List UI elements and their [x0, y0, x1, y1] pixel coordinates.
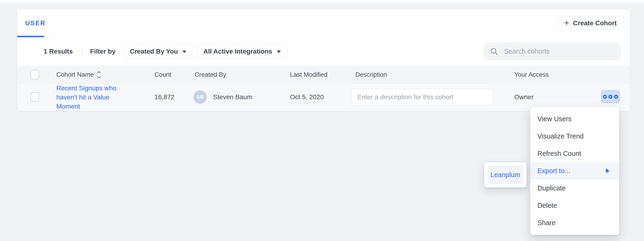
column-header-cohort-name[interactable]: Cohort Name — [56, 66, 100, 84]
integrations-dropdown-label: All Active Integrations — [203, 48, 272, 55]
created-by-dropdown[interactable]: Created By You — [124, 44, 193, 59]
column-header-last-modified: Last Modified — [290, 66, 328, 84]
results-count: 1 Results — [44, 48, 73, 55]
divider — [82, 46, 82, 57]
menu-item-view-users[interactable]: View Users — [530, 110, 619, 128]
creator-name: Steven Baum — [213, 84, 252, 110]
search-input[interactable] — [504, 47, 614, 56]
avatar: SB — [194, 90, 207, 104]
column-header-your-access: Your Access — [514, 66, 549, 84]
sort-icon — [98, 72, 100, 78]
menu-item-visualize-trend[interactable]: Visualize Trend — [530, 128, 619, 145]
cohort-name-header-label: Cohort Name — [56, 71, 94, 78]
cohorts-panel: USER + Create Cohort 1 Results Filter by… — [17, 9, 630, 111]
row-actions-menu: View Users Visualize Trend Refresh Count… — [530, 107, 619, 235]
tab-bar: USER + Create Cohort — [17, 10, 630, 37]
row-actions-button[interactable] — [601, 90, 620, 103]
select-all-cell — [30, 66, 39, 84]
filter-by-label: Filter by — [90, 48, 116, 55]
table-header: Cohort Name Count Created By Last Modifi… — [17, 66, 630, 84]
menu-item-export-to[interactable]: Export to... — [530, 162, 619, 179]
tab-user[interactable]: USER — [23, 10, 48, 37]
avatar-initials: SB — [196, 94, 204, 100]
column-header-description: Description — [356, 66, 387, 84]
export-submenu: Leanplum — [484, 162, 526, 187]
select-all-checkbox[interactable] — [30, 70, 39, 79]
menu-item-share[interactable]: Share — [530, 214, 619, 231]
submenu-item-leanplum[interactable]: Leanplum — [488, 166, 523, 184]
row-checkbox[interactable] — [30, 92, 39, 102]
menu-item-refresh-count[interactable]: Refresh Count — [530, 145, 619, 162]
chevron-down-icon — [277, 51, 281, 53]
created-by-dropdown-label: Created By You — [130, 48, 178, 55]
column-header-created-by: Created By — [195, 66, 226, 84]
last-modified-date: Oct 5, 2020 — [290, 84, 324, 110]
filter-bar: 1 Results Filter by Created By You All A… — [17, 37, 630, 66]
menu-item-delete[interactable]: Delete — [530, 197, 619, 214]
submenu-arrow-icon — [606, 168, 610, 173]
more-dots-icon — [608, 95, 612, 99]
create-cohort-button[interactable]: + Create Cohort — [557, 16, 624, 30]
tab-user-label: USER — [25, 20, 46, 27]
search-icon — [490, 47, 498, 56]
search-cohorts-box[interactable] — [484, 43, 621, 60]
row-select-cell — [30, 84, 39, 110]
cohort-count: 16,872 — [154, 84, 174, 110]
description-input[interactable] — [351, 89, 493, 105]
plus-icon: + — [564, 19, 569, 27]
table-row: Recent Signups who haven't hit a Value M… — [17, 84, 630, 110]
menu-item-duplicate[interactable]: Duplicate — [530, 179, 619, 197]
column-header-count: Count — [154, 66, 171, 84]
more-dots-icon — [614, 95, 618, 99]
create-cohort-label: Create Cohort — [573, 20, 617, 27]
integrations-dropdown[interactable]: All Active Integrations — [197, 44, 287, 59]
chevron-down-icon — [182, 51, 186, 53]
access-level: Owner — [514, 84, 534, 110]
top-strip — [0, 0, 644, 3]
cohort-name-link[interactable]: Recent Signups who haven't hit a Value M… — [56, 83, 120, 111]
more-dots-icon — [603, 95, 607, 99]
